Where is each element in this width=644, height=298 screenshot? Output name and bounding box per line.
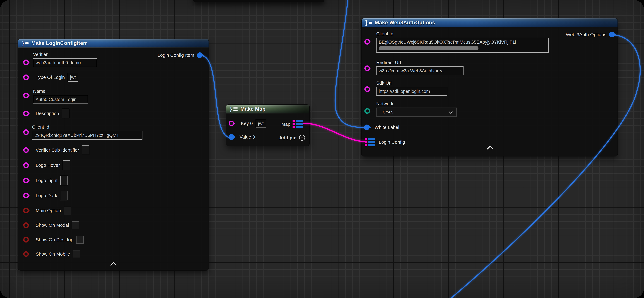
node-make-web3authoptions[interactable]: } Make Web3AuthOptions Web 3Auth Options…	[362, 18, 618, 156]
show-on-modal-pin[interactable]	[23, 222, 29, 228]
redirect-url-pin[interactable]	[364, 66, 370, 71]
sdk-url-pin[interactable]	[364, 86, 370, 92]
output-row-web3auth-options: Web 3Auth Options	[566, 32, 615, 38]
verifier-field[interactable]: web3auth-auth0-demo	[33, 58, 97, 67]
client-id-field-scrollbar[interactable]	[379, 46, 478, 50]
show-on-desktop-checkbox[interactable]	[76, 236, 84, 244]
node-header-make-loginconfigitem[interactable]: } Make LoginConfigItem	[18, 39, 208, 48]
white-label-pin[interactable]	[364, 124, 370, 130]
show-on-mobile-checkbox[interactable]	[73, 250, 80, 258]
logo-hover-pin[interactable]	[23, 162, 29, 168]
show-on-mobile-label: Show On Mobile	[36, 252, 70, 257]
logo-hover-label: Logo Hover	[36, 162, 60, 168]
network-dropdown[interactable]: CYAN	[376, 108, 457, 116]
main-option-label: Main Option	[36, 208, 61, 213]
logo-dark-pin[interactable]	[23, 193, 29, 198]
name-label: Name	[33, 88, 88, 94]
client-id-field-text: BEglQSgt4cUWcj6SKRdu5QkOXTsePmMcusG5EAoy…	[379, 40, 516, 44]
type-of-login-field[interactable]: jwt	[68, 73, 78, 82]
node-title: Make LoginConfigItem	[31, 40, 88, 46]
show-on-modal-label: Show On Modal	[36, 222, 69, 228]
add-pin-label: Add pin	[279, 135, 296, 140]
collapse-chevron-icon[interactable]	[487, 146, 494, 152]
verifier-label: Verifier	[33, 52, 97, 57]
client-id-pin[interactable]	[23, 129, 29, 135]
logo-light-field[interactable]	[60, 176, 68, 185]
node-make-loginconfigitem[interactable]: } Make LoginConfigItem Login Config Item…	[18, 39, 208, 270]
main-option-pin[interactable]	[23, 208, 29, 213]
client-id-pin[interactable]	[364, 39, 370, 44]
map-output-label: Map	[281, 122, 290, 127]
value-0-label: Value 0	[240, 134, 255, 140]
logo-light-pin[interactable]	[23, 178, 29, 183]
login-config-item-output-pin[interactable]	[197, 52, 202, 58]
blueprint-graph-canvas[interactable]: } Make LoginConfigItem Login Config Item…	[0, 0, 644, 298]
verifier-sub-identifier-field[interactable]	[82, 145, 89, 155]
name-pin[interactable]	[23, 92, 29, 98]
client-id-field[interactable]: BEglQSgt4cUWcj6SKRdu5QkOXTsePmMcusG5EAoy…	[376, 38, 548, 53]
key-0-label: Key 0	[241, 121, 253, 126]
white-label-label: White Label	[374, 125, 399, 130]
network-dropdown-value: CYAN	[383, 110, 394, 114]
node-title: Make Web3AuthOptions	[375, 20, 435, 26]
logo-dark-field[interactable]	[60, 191, 68, 200]
redirect-url-field[interactable]: w3a://com.w3a.Web3AuthUnreal	[376, 66, 464, 75]
description-label: Description	[36, 111, 59, 116]
make-struct-icon: }	[22, 40, 28, 46]
verifier-sub-identifier-label: Verifier Sub Identifier	[36, 148, 79, 153]
sdk-url-field[interactable]: https://sdk.openlogin.com	[376, 87, 447, 96]
web3auth-options-output-label: Web 3Auth Options	[566, 32, 606, 37]
client-id-label: Client Id	[32, 124, 142, 130]
node-title: Make Map	[240, 106, 266, 112]
offscreen-node-partial[interactable]	[193, 0, 324, 2]
logo-dark-label: Logo Dark	[36, 193, 57, 198]
add-pin-icon[interactable]: +	[299, 135, 305, 141]
name-field[interactable]: Auth0 Custom Login	[33, 95, 88, 104]
web3auth-options-output-pin[interactable]	[609, 32, 615, 38]
node-make-map[interactable]: } Make Map Key 0 jwt Map Value 0 Add pin…	[226, 105, 310, 146]
verifier-pin[interactable]	[23, 60, 29, 65]
output-row-login-config-item: Login Config Item	[158, 52, 202, 58]
login-config-map-pin-icon[interactable]	[365, 138, 375, 146]
wire-map-to-loginconfig	[304, 123, 366, 142]
chevron-down-icon	[448, 110, 452, 114]
verifier-sub-identifier-pin[interactable]	[23, 147, 29, 153]
key-0-pin[interactable]	[229, 121, 234, 126]
make-container-icon: }	[230, 106, 238, 112]
show-on-desktop-pin[interactable]	[23, 237, 29, 242]
node-header-make-map[interactable]: } Make Map	[226, 105, 310, 114]
client-id-field[interactable]: 294QRkchfq2YaXUbPri7D6PH7xzHgQMT	[32, 131, 142, 140]
type-of-login-pin[interactable]	[23, 74, 29, 80]
key-0-field[interactable]: jwt	[256, 119, 266, 128]
map-pin-icon[interactable]	[292, 120, 303, 128]
node-header-make-web3authoptions[interactable]: } Make Web3AuthOptions	[362, 18, 618, 27]
description-pin[interactable]	[23, 111, 29, 116]
value-0-pin[interactable]	[229, 134, 234, 140]
make-struct-icon: }	[365, 20, 372, 26]
show-on-modal-checkbox[interactable]	[72, 221, 79, 229]
show-on-mobile-pin[interactable]	[23, 251, 29, 257]
redirect-url-label: Redirect Url	[376, 60, 464, 65]
network-label: Network	[376, 101, 457, 106]
client-id-label: Client Id	[376, 31, 548, 36]
description-field[interactable]	[62, 109, 69, 118]
logo-hover-field[interactable]	[63, 160, 70, 170]
logo-light-label: Logo Light	[36, 178, 58, 183]
type-of-login-label: Type Of Login	[36, 75, 65, 80]
collapse-chevron-icon[interactable]	[110, 262, 117, 268]
output-pin-label: Login Config Item	[158, 52, 194, 58]
add-pin-row[interactable]: Add pin +	[279, 135, 305, 141]
login-config-label: Login Config	[379, 140, 405, 145]
main-option-checkbox[interactable]	[64, 207, 71, 214]
sdk-url-label: Sdk Url	[376, 80, 447, 86]
show-on-desktop-label: Show On Desktop	[36, 237, 74, 242]
map-output-row: Map	[281, 120, 303, 128]
network-pin[interactable]	[364, 108, 370, 114]
